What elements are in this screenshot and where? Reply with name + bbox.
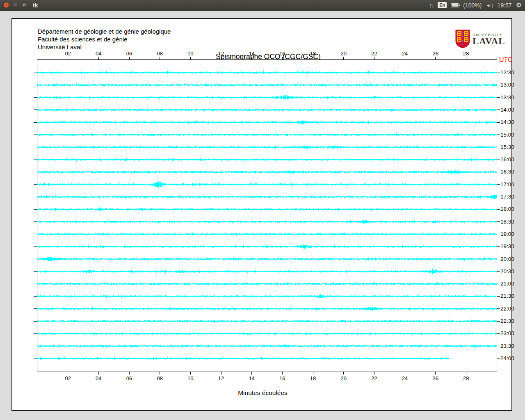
right-trace-tick <box>497 160 500 160</box>
utc-time-label: 23:30 <box>500 343 514 349</box>
x-tick-top <box>405 57 405 59</box>
x-tick-top <box>98 57 99 59</box>
right-trace-tick <box>497 110 500 110</box>
left-trace-tick <box>34 358 37 358</box>
x-tick-bottom <box>313 372 313 374</box>
left-trace-tick <box>34 308 37 309</box>
utc-time-label: 14:30 <box>500 119 514 125</box>
x-tick-bottom <box>405 372 405 374</box>
right-trace-tick <box>497 184 500 185</box>
left-trace-tick <box>34 85 37 85</box>
x-tick-label-bottom: 02 <box>61 375 75 381</box>
left-trace-tick <box>34 247 37 247</box>
network-indicator-icon[interactable]: ↑↓ <box>429 2 434 9</box>
x-tick-top <box>282 57 283 59</box>
institution-line-1: Département de géologie et de génie géol… <box>38 27 171 35</box>
left-trace-tick <box>34 197 37 197</box>
left-trace-tick <box>34 321 37 322</box>
x-tick-label-bottom: 04 <box>91 375 105 381</box>
utc-time-label: 12:30 <box>500 69 514 75</box>
left-trace-tick <box>34 147 37 147</box>
x-tick-top <box>466 57 466 59</box>
left-trace-tick <box>34 234 37 234</box>
right-trace-tick <box>497 147 500 147</box>
x-tick-bottom <box>129 372 130 374</box>
right-trace-tick <box>497 259 500 259</box>
left-trace-tick <box>34 259 37 259</box>
utc-time-label: 19:00 <box>500 231 514 237</box>
session-gear-icon[interactable]: ⚙ <box>516 1 522 9</box>
x-tick-top <box>221 57 221 59</box>
x-tick-label-top: 16 <box>275 50 289 57</box>
utc-time-label: 21:30 <box>500 293 514 299</box>
left-trace-tick <box>34 221 37 222</box>
x-tick-bottom <box>282 372 283 374</box>
utc-time-label: 13:00 <box>500 82 514 88</box>
right-trace-tick <box>497 172 500 172</box>
left-trace-tick <box>34 184 37 185</box>
x-tick-bottom <box>98 372 99 374</box>
x-tick-label-bottom: 24 <box>398 375 412 381</box>
right-trace-tick <box>497 284 500 284</box>
x-tick-bottom <box>251 372 252 374</box>
x-tick-label-bottom: 08 <box>153 375 167 381</box>
left-trace-tick <box>34 122 37 123</box>
x-tick-label-top: 22 <box>367 50 381 57</box>
x-tick-label-top: 28 <box>459 50 473 57</box>
battery-percent-label: (100%) <box>463 2 482 9</box>
window-title[interactable]: tk <box>33 2 38 9</box>
left-trace-tick <box>34 110 37 110</box>
right-trace-tick <box>497 73 500 73</box>
x-tick-label-bottom: 16 <box>275 375 289 381</box>
utc-time-label: 21:00 <box>500 281 514 287</box>
x-tick-label-bottom: 28 <box>459 375 473 381</box>
right-trace-tick <box>497 135 500 135</box>
logo-laval-text: LAVAL <box>472 37 505 46</box>
x-tick-bottom <box>190 372 191 374</box>
x-tick-bottom <box>160 372 160 374</box>
close-button[interactable]: x <box>4 2 9 8</box>
utc-time-label: 18:00 <box>500 206 514 212</box>
seismograph-traces <box>37 60 497 372</box>
maximize-icon <box>23 5 25 6</box>
minimize-button[interactable]: − <box>13 2 18 8</box>
clock-label[interactable]: 19:57 <box>498 2 512 9</box>
utc-time-label: 24:00 <box>500 355 514 361</box>
right-trace-tick <box>497 271 500 272</box>
right-trace-tick <box>497 197 500 197</box>
utc-time-label: 20:30 <box>500 268 514 274</box>
x-tick-label-bottom: 26 <box>429 375 443 381</box>
right-trace-tick <box>497 296 500 297</box>
left-trace-tick <box>34 73 37 73</box>
universite-laval-logo: UNIVERSITÉ LAVAL <box>455 30 505 48</box>
institution-line-2: Faculté des sciences et de génie <box>38 35 171 43</box>
x-tick-bottom <box>374 372 374 374</box>
x-tick-top <box>435 57 436 59</box>
right-trace-tick <box>497 247 500 247</box>
left-trace-tick <box>34 209 37 210</box>
x-tick-top <box>68 57 68 59</box>
x-tick-top <box>129 57 130 59</box>
right-trace-tick <box>497 97 500 98</box>
left-trace-tick <box>34 346 37 346</box>
x-tick-bottom <box>68 372 68 374</box>
right-trace-tick <box>497 122 500 123</box>
right-trace-tick <box>497 321 500 322</box>
utc-time-label: 15:30 <box>500 144 514 150</box>
battery-icon[interactable] <box>451 3 459 7</box>
utc-time-label: 22:30 <box>500 318 514 324</box>
x-tick-bottom <box>466 372 466 374</box>
volume-icon[interactable]: ◄·) <box>486 3 493 8</box>
x-axis-title: Minutes écoulées <box>12 389 513 397</box>
x-tick-top <box>313 57 313 59</box>
x-tick-label-top: 02 <box>61 50 75 57</box>
utc-time-label: 18:30 <box>500 219 514 225</box>
maximize-button[interactable] <box>22 2 27 8</box>
x-tick-bottom <box>221 372 221 374</box>
x-tick-top <box>374 57 374 59</box>
seismograph-plot-box <box>37 59 497 372</box>
x-tick-label-bottom: 14 <box>245 375 259 381</box>
keyboard-layout-indicator[interactable]: En <box>438 2 447 8</box>
x-tick-label-bottom: 22 <box>367 375 381 381</box>
x-tick-label-bottom: 12 <box>214 375 228 381</box>
